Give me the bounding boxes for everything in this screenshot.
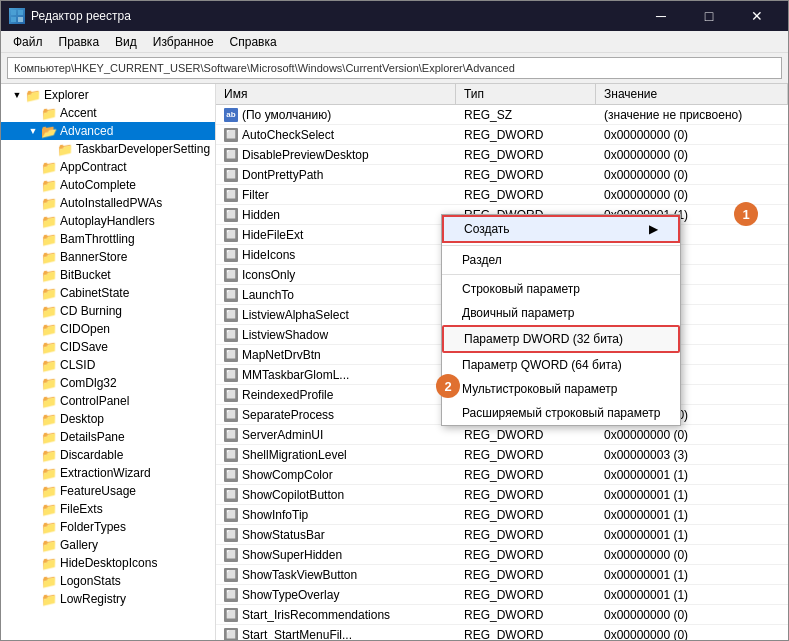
- sidebar-item-lowregistry[interactable]: 📁 LowRegistry: [1, 590, 215, 608]
- cell-name: ⬜ MMTaskbarGlomL...: [216, 367, 456, 383]
- sidebar-item-cdburning[interactable]: 📁 CD Burning: [1, 302, 215, 320]
- row-name: ShellMigrationLevel: [242, 448, 347, 462]
- table-row[interactable]: ⬜ ServerAdminUI REG_DWORD 0x00000000 (0): [216, 425, 788, 445]
- menu-edit[interactable]: Правка: [51, 33, 108, 51]
- table-row[interactable]: ⬜ Hidden REG_DWORD 0x00000001 (1): [216, 205, 788, 225]
- table-row[interactable]: ⬜ SeparateProcess REG_DWORD 0x00000000 (…: [216, 405, 788, 425]
- folder-icon: 📁: [41, 502, 57, 517]
- sidebar-item-cidopen[interactable]: 📁 CIDOpen: [1, 320, 215, 338]
- sidebar-item-autocomplete[interactable]: 📁 AutoComplete: [1, 176, 215, 194]
- sidebar-item-bannerstore[interactable]: 📁 BannerStore: [1, 248, 215, 266]
- col-type[interactable]: Тип: [456, 84, 596, 104]
- sidebar-label-desktop: Desktop: [60, 412, 104, 426]
- minimize-button[interactable]: ─: [638, 1, 684, 31]
- sidebar-item-logonstats[interactable]: 📁 LogonStats: [1, 572, 215, 590]
- table-row[interactable]: ⬜ ShellMigrationLevel REG_DWORD 0x000000…: [216, 445, 788, 465]
- row-name: Start_IrisRecommendations: [242, 608, 390, 622]
- row-name: ShowSuperHidden: [242, 548, 342, 562]
- cell-value: 0x00000001 (1): [596, 467, 788, 483]
- title-bar: Редактор реестра ─ □ ✕: [1, 1, 788, 31]
- table-row[interactable]: ⬜ ListviewAlphaSelect REG_DWORD: [216, 305, 788, 325]
- sidebar-item-controlpanel[interactable]: 📁 ControlPanel: [1, 392, 215, 410]
- cell-type: REG_DWORD: [456, 447, 596, 463]
- sidebar-item-appcontract[interactable]: 📁 AppContract: [1, 158, 215, 176]
- close-button[interactable]: ✕: [734, 1, 780, 31]
- sidebar-item-desktop[interactable]: 📁 Desktop: [1, 410, 215, 428]
- sidebar-item-accent[interactable]: 📁 Accent: [1, 104, 215, 122]
- sidebar-item-detailspane[interactable]: 📁 DetailsPane: [1, 428, 215, 446]
- table-row[interactable]: ⬜ Filter REG_DWORD 0x00000000 (0): [216, 185, 788, 205]
- menu-favorites[interactable]: Избранное: [145, 33, 222, 51]
- dword-icon: ⬜: [224, 628, 238, 641]
- folder-icon: 📁: [41, 376, 57, 391]
- sidebar-item-advanced[interactable]: ▼ 📂 Advanced: [1, 122, 215, 140]
- table-row[interactable]: ⬜ HideFileExt REG_DWORD: [216, 225, 788, 245]
- folder-icon: 📁: [41, 484, 57, 499]
- sidebar-item-hidedesktop[interactable]: 📁 HideDesktopIcons: [1, 554, 215, 572]
- sidebar-item-explorer[interactable]: ▼ 📁 Explorer: [1, 86, 215, 104]
- sidebar-label-fileexts: FileExts: [60, 502, 103, 516]
- expand-icon: ▼: [9, 90, 25, 100]
- row-name: MMTaskbarGlomL...: [242, 368, 349, 382]
- sidebar-item-fileexts[interactable]: 📁 FileExts: [1, 500, 215, 518]
- sidebar-item-extractionwizard[interactable]: 📁 ExtractionWizard: [1, 464, 215, 482]
- col-name[interactable]: Имя: [216, 84, 456, 104]
- cell-name: ⬜ HideIcons: [216, 247, 456, 263]
- sidebar-item-discardable[interactable]: 📁 Discardable: [1, 446, 215, 464]
- sidebar-item-taskbar-dev[interactable]: 📁 TaskbarDeveloperSetting: [1, 140, 215, 158]
- sidebar-label-cidsave: CIDSave: [60, 340, 108, 354]
- sidebar-item-autoinstalled[interactable]: 📁 AutoInstalledPWAs: [1, 194, 215, 212]
- cell-name: ⬜ DontPrettyPath: [216, 167, 456, 183]
- sidebar-item-foldertypes[interactable]: 📁 FolderTypes: [1, 518, 215, 536]
- table-row[interactable]: ⬜ MapNetDrvBtn REG_DWORD: [216, 345, 788, 365]
- table-row[interactable]: ⬜ Start_IrisRecommendations REG_DWORD 0x…: [216, 605, 788, 625]
- table-row[interactable]: ⬜ AutoCheckSelect REG_DWORD 0x00000000 (…: [216, 125, 788, 145]
- sidebar-item-cabinetstate[interactable]: 📁 CabinetState: [1, 284, 215, 302]
- table-row[interactable]: ⬜ ShowSuperHidden REG_DWORD 0x00000000 (…: [216, 545, 788, 565]
- cell-name: ⬜ LaunchTo: [216, 287, 456, 303]
- folder-icon: 📁: [41, 178, 57, 193]
- address-bar[interactable]: Компьютер\HKEY_CURRENT_USER\Software\Mic…: [7, 57, 782, 79]
- menu-file[interactable]: Файл: [5, 33, 51, 51]
- table-row[interactable]: ⬜ ShowTaskViewButton REG_DWORD 0x0000000…: [216, 565, 788, 585]
- table-row[interactable]: ⬜ HideIcons REG_DWORD: [216, 245, 788, 265]
- sidebar-label-explorer: Explorer: [44, 88, 89, 102]
- cell-type: REG_DWORD: [456, 427, 596, 443]
- row-name: Start_StartMenuFil...: [242, 628, 352, 641]
- table-row[interactable]: ⬜ Start_StartMenuFil... REG_DWORD 0x0000…: [216, 625, 788, 640]
- table-row[interactable]: ⬜ ListviewShadow REG_DWORD: [216, 325, 788, 345]
- col-value[interactable]: Значение: [596, 84, 788, 104]
- table-row[interactable]: ⬜ ReindexedProfile REG_DWORD: [216, 385, 788, 405]
- table-row[interactable]: ⬜ ShowCompColor REG_DWORD 0x00000001 (1): [216, 465, 788, 485]
- sidebar-label-bitbucket: BitBucket: [60, 268, 111, 282]
- table-row[interactable]: ⬜ ShowStatusBar REG_DWORD 0x00000001 (1): [216, 525, 788, 545]
- maximize-button[interactable]: □: [686, 1, 732, 31]
- cell-type: REG_DWORD: [456, 487, 596, 503]
- table-row[interactable]: ⬜ DisablePreviewDesktop REG_DWORD 0x0000…: [216, 145, 788, 165]
- sidebar-item-clsid[interactable]: 📁 CLSID: [1, 356, 215, 374]
- table-row[interactable]: ⬜ ShowTypeOverlay REG_DWORD 0x00000001 (…: [216, 585, 788, 605]
- sidebar: ▼ 📁 Explorer 📁 Accent ▼ 📂 Advanced 📁 Tas…: [1, 84, 216, 640]
- table-row[interactable]: ⬜ MMTaskbarGlomL... REG_DWORD: [216, 365, 788, 385]
- folder-icon: 📁: [41, 214, 57, 229]
- folder-icon: 📁: [41, 430, 57, 445]
- folder-icon: 📁: [41, 538, 57, 553]
- sidebar-item-gallery[interactable]: 📁 Gallery: [1, 536, 215, 554]
- table-row[interactable]: ⬜ IconsOnly REG_DWORD: [216, 265, 788, 285]
- folder-icon: 📁: [41, 574, 57, 589]
- sidebar-item-bitbucket[interactable]: 📁 BitBucket: [1, 266, 215, 284]
- cell-value: 0x00000001 (1): [596, 587, 788, 603]
- row-name: HideFileExt: [242, 228, 303, 242]
- sidebar-item-autoplay[interactable]: 📁 AutoplayHandlers: [1, 212, 215, 230]
- sidebar-item-cidsave[interactable]: 📁 CIDSave: [1, 338, 215, 356]
- sidebar-item-comdlg32[interactable]: 📁 ComDlg32: [1, 374, 215, 392]
- table-row[interactable]: ⬜ DontPrettyPath REG_DWORD 0x00000000 (0…: [216, 165, 788, 185]
- table-row[interactable]: ⬜ ShowInfoTip REG_DWORD 0x00000001 (1): [216, 505, 788, 525]
- menu-view[interactable]: Вид: [107, 33, 145, 51]
- sidebar-item-bamthrottling[interactable]: 📁 BamThrottling: [1, 230, 215, 248]
- table-row[interactable]: ⬜ ShowCopilotButton REG_DWORD 0x00000001…: [216, 485, 788, 505]
- table-row[interactable]: ab (По умолчанию) REG_SZ (значение не пр…: [216, 105, 788, 125]
- table-row[interactable]: ⬜ LaunchTo REG_DWORD: [216, 285, 788, 305]
- sidebar-item-featureusage[interactable]: 📁 FeatureUsage: [1, 482, 215, 500]
- menu-help[interactable]: Справка: [222, 33, 285, 51]
